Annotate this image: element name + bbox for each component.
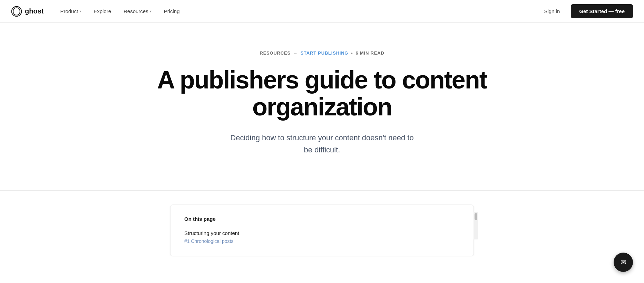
page-title: A publishers guide to content organizati… xyxy=(132,67,512,121)
product-chevron-icon: ▾ xyxy=(79,9,81,13)
breadcrumb-read-time: 6 MIN READ xyxy=(356,50,384,56)
scroll-indicator xyxy=(474,212,478,239)
nav-product[interactable]: Product ▾ xyxy=(55,6,87,17)
navbar: ghost Product ▾ Explore Resources ▾ Pric… xyxy=(0,0,644,23)
breadcrumb-arrow: → xyxy=(293,51,298,56)
toc-item-0[interactable]: Structuring your content xyxy=(184,229,460,237)
resources-chevron-icon: ▾ xyxy=(150,9,152,13)
logo-link[interactable]: ghost xyxy=(11,6,43,17)
hero-section: RESOURCES → START PUBLISHING • 6 MIN REA… xyxy=(115,23,529,177)
nav-explore[interactable]: Explore xyxy=(88,6,117,17)
toc-section: On this page Structuring your content #1… xyxy=(0,191,644,256)
nav-resources[interactable]: Resources ▾ xyxy=(118,6,157,17)
breadcrumb-resources: RESOURCES xyxy=(260,50,290,56)
nav-pricing[interactable]: Pricing xyxy=(158,6,185,17)
ghost-logo-icon xyxy=(11,6,22,17)
get-started-button[interactable]: Get Started — free xyxy=(571,4,633,18)
logo-text: ghost xyxy=(25,7,43,15)
nav-right: Sign in Get Started — free xyxy=(538,4,633,18)
breadcrumb-dot: • xyxy=(351,50,353,56)
toc-item-1[interactable]: #1 Chronological posts xyxy=(184,237,460,245)
toc-heading: On this page xyxy=(184,216,460,222)
scroll-thumb xyxy=(475,213,477,220)
breadcrumb: RESOURCES → START PUBLISHING • 6 MIN REA… xyxy=(260,50,384,56)
toc-card: On this page Structuring your content #1… xyxy=(170,205,474,256)
hero-subtitle: Deciding how to structure your content d… xyxy=(225,132,419,156)
breadcrumb-active-link[interactable]: START PUBLISHING xyxy=(301,50,349,56)
signin-link[interactable]: Sign in xyxy=(538,6,565,17)
nav-links: Product ▾ Explore Resources ▾ Pricing xyxy=(55,6,538,17)
